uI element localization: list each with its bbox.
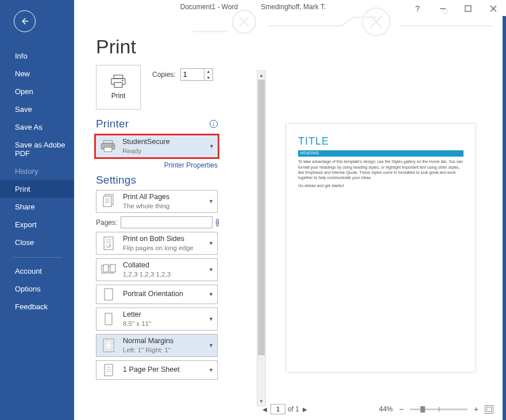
- copies-input[interactable]: [181, 71, 204, 79]
- svg-rect-12: [103, 141, 112, 143]
- pages-per-sheet-selector[interactable]: 1 Page Per Sheet ▼: [96, 360, 218, 380]
- svg-rect-36: [105, 364, 113, 376]
- pages-info-icon[interactable]: i: [216, 219, 219, 227]
- sidebar-item-info[interactable]: Info: [0, 47, 74, 65]
- sidebar-item-export[interactable]: Export: [0, 216, 74, 234]
- zoom-slider[interactable]: [410, 409, 468, 410]
- sidebar-item-history: History: [0, 162, 74, 180]
- margins-selector[interactable]: Normal MarginsLeft: 1" Right: 1" ▼: [96, 334, 218, 357]
- chevron-down-icon: ▼: [208, 240, 214, 246]
- page-title: Print: [96, 36, 256, 58]
- pages-input[interactable]: [121, 216, 213, 228]
- copies-spinner[interactable]: ▲▼: [180, 68, 213, 81]
- svg-rect-25: [103, 265, 109, 272]
- zoom-level: 44%: [379, 405, 393, 413]
- sidebar-item-feedback[interactable]: Feedback: [0, 298, 74, 316]
- sidebar-item-save[interactable]: Save: [0, 100, 74, 118]
- printer-name: StudentSecure: [122, 138, 170, 147]
- help-button[interactable]: ?: [405, 0, 430, 17]
- chevron-down-icon: ▼: [208, 267, 214, 273]
- sidebar-item-open[interactable]: Open: [0, 83, 74, 100]
- printer-info-icon[interactable]: i: [210, 120, 218, 128]
- minimize-button[interactable]: [430, 0, 455, 17]
- printer-heading: Printer: [96, 118, 129, 130]
- printer-properties-link[interactable]: Printer Properties: [96, 161, 218, 169]
- svg-rect-28: [105, 289, 113, 300]
- print-range-selector[interactable]: Print All PagesThe whole thing ▼: [96, 190, 218, 213]
- preview-heading: HEADING: [298, 150, 463, 157]
- sidebar-item-saveas[interactable]: Save As: [0, 118, 74, 136]
- svg-rect-1: [465, 6, 471, 11]
- chevron-down-icon: ▼: [208, 199, 214, 204]
- back-button[interactable]: [14, 10, 36, 32]
- copies-down[interactable]: ▼: [204, 75, 213, 81]
- printer-selector[interactable]: StudentSecure Ready ▼: [94, 134, 219, 159]
- pages-stack-icon: [100, 194, 117, 209]
- svg-rect-10: [114, 83, 122, 88]
- print-preview-page: TITLE HEADING To take advantage of this …: [287, 124, 475, 372]
- zoom-out-button[interactable]: −: [397, 405, 405, 413]
- preview-body-2: Go ahead and get started.: [298, 183, 463, 188]
- printer-status: Ready: [122, 147, 170, 155]
- orientation-selector[interactable]: Portrait Orientation ▼: [96, 285, 218, 304]
- svg-rect-21: [104, 237, 113, 250]
- svg-point-15: [111, 145, 113, 146]
- sidebar-item-new[interactable]: New: [0, 65, 74, 83]
- sidebar-item-save-adobe-pdf[interactable]: Save as Adobe PDF: [0, 136, 74, 162]
- duplex-icon: [100, 236, 117, 251]
- prev-page-button[interactable]: ◀: [261, 406, 268, 413]
- chevron-down-icon: ▼: [209, 143, 214, 149]
- sidebar-item-options[interactable]: Options: [0, 280, 74, 298]
- print-button[interactable]: Print: [96, 65, 141, 110]
- chevron-down-icon: ▼: [208, 343, 214, 348]
- fit-to-window-button[interactable]: [485, 405, 493, 414]
- svg-rect-17: [103, 196, 111, 207]
- chevron-down-icon: ▼: [208, 316, 214, 322]
- svg-rect-14: [104, 147, 112, 152]
- close-button[interactable]: [481, 0, 506, 17]
- sidebar-item-print[interactable]: Print: [0, 180, 74, 198]
- pages-label: Pages:: [96, 219, 117, 227]
- page-size-icon: [100, 312, 117, 326]
- page-per-sheet-icon: [100, 363, 117, 377]
- printer-device-icon: [99, 140, 117, 153]
- chevron-down-icon: ▼: [208, 367, 214, 373]
- maximize-button[interactable]: [455, 0, 481, 17]
- printer-icon: [110, 75, 126, 88]
- copies-up[interactable]: ▲: [204, 68, 213, 75]
- sidebar-item-close[interactable]: Close: [0, 234, 74, 251]
- svg-rect-27: [110, 265, 115, 272]
- preview-body-1: To take advantage of this template's des…: [298, 159, 463, 181]
- right-edge-accent: [503, 16, 506, 420]
- settings-heading: Settings: [96, 174, 136, 186]
- backstage-sidebar: Info New Open Save Save As Save as Adobe…: [0, 0, 74, 420]
- zoom-in-button[interactable]: +: [472, 405, 480, 413]
- sidebar-item-share[interactable]: Share: [0, 198, 74, 216]
- paper-size-selector[interactable]: Letter8.5" x 11" ▼: [96, 308, 218, 330]
- margins-icon: [100, 338, 117, 353]
- portrait-icon: [100, 287, 117, 301]
- copies-label: Copies:: [152, 71, 176, 79]
- collate-selector[interactable]: Collated1,2,3 1,2,3 1,2,3 ▼: [96, 258, 218, 281]
- page-of-label: of 1: [288, 405, 299, 413]
- zoom-handle[interactable]: [420, 406, 425, 413]
- sides-selector[interactable]: Print on Both SidesFlip pages on long ed…: [96, 232, 218, 255]
- svg-point-11: [122, 80, 123, 81]
- page-number-input[interactable]: [271, 404, 285, 414]
- sidebar-item-account[interactable]: Account: [0, 262, 74, 280]
- chevron-down-icon: ▼: [208, 291, 214, 297]
- next-page-button[interactable]: ▶: [302, 406, 308, 413]
- collated-icon: [100, 263, 117, 276]
- preview-title: TITLE: [298, 134, 463, 148]
- svg-rect-8: [114, 75, 122, 79]
- print-button-label: Print: [111, 92, 126, 100]
- svg-rect-29: [105, 313, 112, 325]
